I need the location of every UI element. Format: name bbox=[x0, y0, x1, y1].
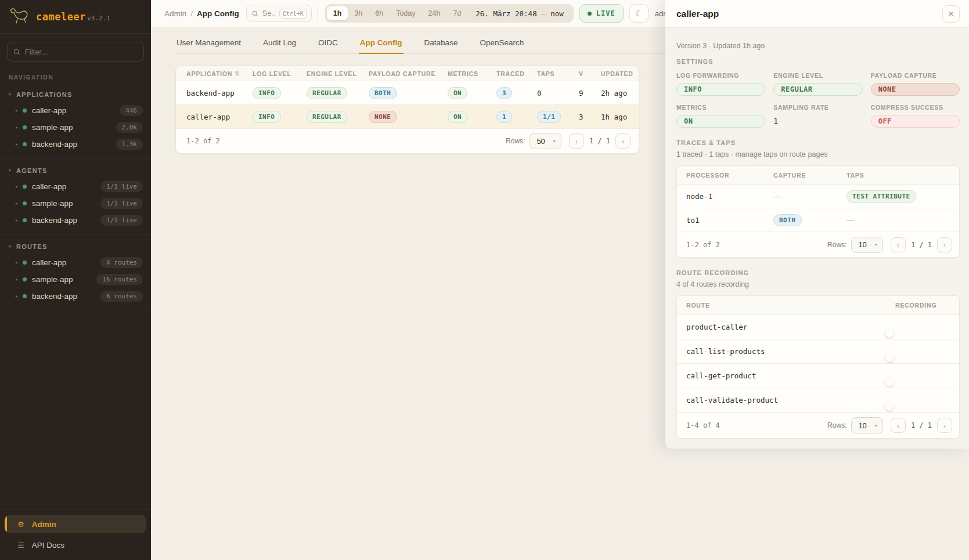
sidebar-item-routes-backend-app[interactable]: ▸ backend-app 6 routes bbox=[0, 288, 151, 305]
rows-per-page-label: Rows: bbox=[827, 421, 846, 429]
column-header-application[interactable]: APPLICATION⇅ bbox=[186, 70, 253, 77]
traces-meta: 1 traced · 1 taps · manage taps on route… bbox=[676, 150, 960, 158]
sidebar-item-routes-caller-app[interactable]: ▸ caller-app 4 routes bbox=[0, 254, 151, 271]
breadcrumb-parent[interactable]: Admin bbox=[164, 9, 186, 18]
theme-toggle-button[interactable]: ☾ bbox=[629, 4, 649, 23]
chevron-left-icon: ‹ bbox=[575, 137, 578, 146]
group-header-applications[interactable]: ▾ APPLICATIONS bbox=[0, 86, 151, 102]
logo-row: cameleerv3.2.1 bbox=[0, 0, 151, 34]
close-button[interactable]: ✕ bbox=[942, 5, 960, 23]
chevron-right-icon: ▸ bbox=[16, 142, 23, 147]
sidebar-item-routes-sample-app[interactable]: ▸ sample-app 16 routes bbox=[0, 271, 151, 288]
column-header-metrics: METRICS bbox=[448, 70, 496, 77]
field-label: SAMPLING RATE bbox=[773, 104, 862, 111]
moon-icon: ☾ bbox=[635, 9, 643, 18]
next-page-button[interactable]: › bbox=[937, 418, 952, 433]
engine-level-badge: REGULAR bbox=[307, 87, 347, 99]
sidebar-filter[interactable] bbox=[7, 42, 144, 62]
traces-row-to1[interactable]: to1 BOTH — bbox=[677, 208, 959, 232]
table-row-caller-app[interactable]: caller-app INFO REGULAR NONE ON 1 1/1 3 … bbox=[176, 105, 639, 129]
admin-label: Admin bbox=[32, 520, 56, 529]
sidebar-item-api-docs[interactable]: ☰ API Docs bbox=[5, 536, 146, 554]
chevron-right-icon: ▸ bbox=[16, 277, 23, 282]
pagination: ‹ 1 / 1 › bbox=[569, 133, 631, 149]
field-label: PAYLOAD CAPTURE bbox=[871, 72, 960, 79]
sidebar-item-applications-backend-app[interactable]: ▸ backend-app 1.3k bbox=[0, 136, 151, 153]
chevron-right-icon: › bbox=[622, 137, 624, 146]
field-label: ENGINE LEVEL bbox=[773, 72, 862, 79]
toggle-knob bbox=[885, 328, 894, 338]
breadcrumb-current: App Config bbox=[197, 9, 239, 18]
tab-oidc[interactable]: OIDC bbox=[317, 35, 339, 53]
breadcrumb: Admin/App Config bbox=[164, 8, 239, 19]
status-dot bbox=[23, 201, 27, 205]
rows-per-page-select[interactable]: 50 ▾ bbox=[529, 133, 561, 149]
sidebar-item-agents-caller-app[interactable]: ▸ caller-app 1/1 live bbox=[0, 178, 151, 195]
group-header-routes[interactable]: ▾ ROUTES bbox=[0, 239, 151, 254]
rows-per-page-select[interactable]: 10 ▾ bbox=[851, 417, 882, 433]
payload-capture-badge: BOTH bbox=[369, 87, 397, 99]
prev-page-button[interactable]: ‹ bbox=[891, 237, 906, 252]
date-from: 26. März 20:48 bbox=[476, 9, 536, 18]
updated-cell: 1h ago bbox=[601, 113, 639, 121]
live-dot bbox=[588, 12, 592, 16]
route-row-product-caller: product-caller bbox=[677, 315, 959, 339]
sidebar-item-applications-caller-app[interactable]: ▸ caller-app 446 bbox=[0, 102, 151, 119]
route-row-call-list-products: call-list-products bbox=[677, 339, 959, 364]
next-page-button[interactable]: › bbox=[937, 237, 952, 252]
date-separator: — bbox=[542, 9, 546, 18]
date-range-display[interactable]: 26. März 20:48 — now bbox=[467, 9, 571, 18]
routes-badge: 4 routes bbox=[100, 257, 143, 268]
table-row-backend-app[interactable]: backend-app INFO REGULAR BOTH ON 3 0 9 2… bbox=[176, 81, 639, 105]
time-range-6h[interactable]: 6h bbox=[369, 6, 390, 20]
chevron-right-icon: ▸ bbox=[16, 201, 23, 206]
field-log-forwarding: LOG FORWARDING INFO bbox=[676, 72, 765, 96]
api-docs-label: API Docs bbox=[32, 541, 64, 550]
prev-page-button[interactable]: ‹ bbox=[569, 133, 584, 149]
status-dot bbox=[23, 218, 27, 222]
tab-opensearch[interactable]: OpenSearch bbox=[478, 35, 525, 53]
page-indicator: 1 / 1 bbox=[911, 421, 932, 429]
metrics-badge: ON bbox=[448, 111, 467, 123]
table-header-row: APPLICATION⇅ LOG LEVEL ENGINE LEVEL PAYL… bbox=[176, 66, 639, 81]
column-header-traced: TRACED bbox=[496, 70, 537, 77]
route-name-cell: call-validate-product bbox=[686, 396, 895, 404]
tab-database[interactable]: Database bbox=[423, 35, 459, 53]
sidebar-item-agents-sample-app[interactable]: ▸ sample-app 1/1 live bbox=[0, 195, 151, 212]
group-header-agents[interactable]: ▾ AGENTS bbox=[0, 162, 151, 178]
time-range-today[interactable]: Today bbox=[390, 6, 422, 20]
sidebar-item-admin[interactable]: ⚙ Admin bbox=[5, 515, 146, 533]
chevron-right-icon: ▸ bbox=[16, 294, 23, 299]
live-button[interactable]: LIVE bbox=[579, 4, 624, 23]
traces-row-node-1[interactable]: node-1 — TEST ATTRIBUTE bbox=[677, 185, 959, 208]
chevron-left-icon: ‹ bbox=[897, 421, 899, 430]
time-range-3h[interactable]: 3h bbox=[348, 6, 369, 20]
nav-group-agents: ▾ AGENTS ▸ caller-app 1/1 live ▸ sample-… bbox=[0, 159, 151, 235]
settings-section-label: SETTINGS bbox=[676, 58, 960, 65]
filter-input[interactable] bbox=[25, 48, 138, 56]
topbar-divider bbox=[318, 6, 318, 20]
time-range-24h[interactable]: 24h bbox=[422, 6, 447, 20]
column-header-recording: RECORDING bbox=[895, 302, 959, 309]
application-cell: backend-app bbox=[186, 89, 253, 97]
global-search[interactable]: Se... Ctrl+K bbox=[246, 5, 312, 22]
taps-cell: — bbox=[846, 216, 959, 225]
tab-audit-log[interactable]: Audit Log bbox=[262, 35, 297, 53]
time-range-1h[interactable]: 1h bbox=[327, 6, 348, 20]
capture-badge: BOTH bbox=[773, 214, 802, 226]
sampling-rate-value: 1 bbox=[773, 115, 862, 125]
rows-per-page-select[interactable]: 10 ▾ bbox=[851, 237, 882, 253]
traces-section-label: TRACES & TAPS bbox=[676, 139, 960, 146]
prev-page-button[interactable]: ‹ bbox=[891, 418, 906, 433]
tab-app-config[interactable]: App Config bbox=[359, 35, 404, 54]
routes-header-row: ROUTE RECORDING bbox=[677, 296, 959, 315]
count-badge: 1.3k bbox=[116, 139, 143, 150]
field-label: COMPRESS SUCCESS bbox=[871, 104, 960, 111]
tab-user-management[interactable]: User Management bbox=[175, 35, 242, 53]
toggle-knob bbox=[885, 402, 894, 411]
time-range-7d[interactable]: 7d bbox=[446, 6, 467, 20]
chevron-right-icon: ▸ bbox=[16, 260, 23, 265]
sidebar-item-agents-backend-app[interactable]: ▸ backend-app 1/1 live bbox=[0, 212, 151, 229]
sidebar-item-applications-sample-app[interactable]: ▸ sample-app 2.0k bbox=[0, 119, 151, 136]
next-page-button[interactable]: › bbox=[615, 133, 631, 149]
